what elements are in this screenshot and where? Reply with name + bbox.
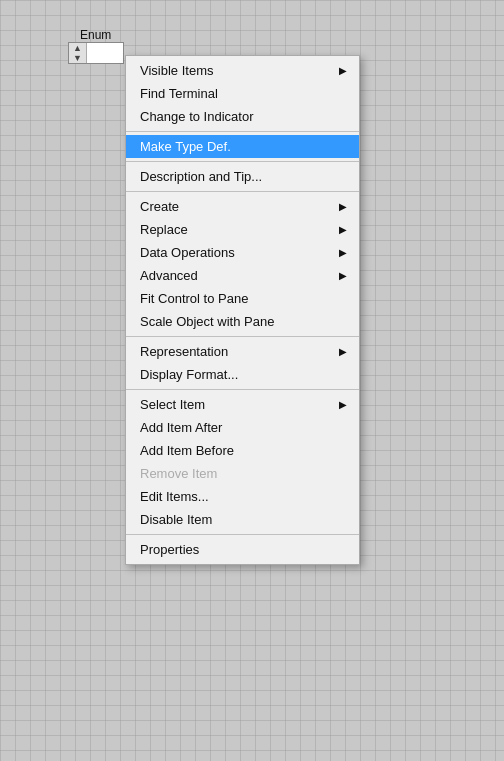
- menu-item-label-display-format: Display Format...: [140, 367, 238, 382]
- menu-item-make-type-def[interactable]: Make Type Def.: [126, 135, 359, 158]
- menu-separator: [126, 336, 359, 337]
- menu-item-label-description-and-tip: Description and Tip...: [140, 169, 262, 184]
- menu-item-label-data-operations: Data Operations: [140, 245, 235, 260]
- menu-item-display-format[interactable]: Display Format...: [126, 363, 359, 386]
- menu-item-label-remove-item: Remove Item: [140, 466, 217, 481]
- menu-item-visible-items[interactable]: Visible Items▶: [126, 59, 359, 82]
- menu-item-label-visible-items: Visible Items: [140, 63, 213, 78]
- menu-item-scale-object-with-pane[interactable]: Scale Object with Pane: [126, 310, 359, 333]
- menu-item-label-replace: Replace: [140, 222, 188, 237]
- menu-item-remove-item: Remove Item: [126, 462, 359, 485]
- submenu-arrow-icon: ▶: [339, 201, 347, 212]
- menu-item-replace[interactable]: Replace▶: [126, 218, 359, 241]
- menu-separator: [126, 191, 359, 192]
- submenu-arrow-icon: ▶: [339, 224, 347, 235]
- menu-item-label-change-to-indicator: Change to Indicator: [140, 109, 253, 124]
- menu-item-label-make-type-def: Make Type Def.: [140, 139, 231, 154]
- menu-item-label-edit-items: Edit Items...: [140, 489, 209, 504]
- menu-item-label-properties: Properties: [140, 542, 199, 557]
- menu-item-data-operations[interactable]: Data Operations▶: [126, 241, 359, 264]
- menu-item-label-advanced: Advanced: [140, 268, 198, 283]
- menu-item-edit-items[interactable]: Edit Items...: [126, 485, 359, 508]
- submenu-arrow-icon: ▶: [339, 399, 347, 410]
- enum-label: Enum: [80, 28, 111, 42]
- submenu-arrow-icon: ▶: [339, 346, 347, 357]
- menu-item-select-item[interactable]: Select Item▶: [126, 393, 359, 416]
- menu-item-description-and-tip[interactable]: Description and Tip...: [126, 165, 359, 188]
- menu-item-label-select-item: Select Item: [140, 397, 205, 412]
- menu-item-label-representation: Representation: [140, 344, 228, 359]
- enum-control[interactable]: ▲▼: [68, 42, 124, 64]
- menu-item-add-item-after[interactable]: Add Item After: [126, 416, 359, 439]
- menu-separator: [126, 161, 359, 162]
- menu-item-label-create: Create: [140, 199, 179, 214]
- menu-item-label-scale-object-with-pane: Scale Object with Pane: [140, 314, 274, 329]
- menu-item-add-item-before[interactable]: Add Item Before: [126, 439, 359, 462]
- menu-item-label-disable-item: Disable Item: [140, 512, 212, 527]
- menu-item-disable-item[interactable]: Disable Item: [126, 508, 359, 531]
- menu-item-fit-control-to-pane[interactable]: Fit Control to Pane: [126, 287, 359, 310]
- menu-item-create[interactable]: Create▶: [126, 195, 359, 218]
- context-menu: Visible Items▶Find TerminalChange to Ind…: [125, 55, 360, 565]
- menu-item-advanced[interactable]: Advanced▶: [126, 264, 359, 287]
- enum-arrow-icon: ▲▼: [69, 43, 87, 63]
- menu-item-find-terminal[interactable]: Find Terminal: [126, 82, 359, 105]
- menu-item-label-add-item-before: Add Item Before: [140, 443, 234, 458]
- menu-item-label-fit-control-to-pane: Fit Control to Pane: [140, 291, 248, 306]
- menu-separator: [126, 534, 359, 535]
- submenu-arrow-icon: ▶: [339, 65, 347, 76]
- menu-item-representation[interactable]: Representation▶: [126, 340, 359, 363]
- menu-separator: [126, 389, 359, 390]
- submenu-arrow-icon: ▶: [339, 247, 347, 258]
- menu-item-change-to-indicator[interactable]: Change to Indicator: [126, 105, 359, 128]
- menu-item-label-add-item-after: Add Item After: [140, 420, 222, 435]
- submenu-arrow-icon: ▶: [339, 270, 347, 281]
- menu-item-properties[interactable]: Properties: [126, 538, 359, 561]
- menu-separator: [126, 131, 359, 132]
- menu-item-label-find-terminal: Find Terminal: [140, 86, 218, 101]
